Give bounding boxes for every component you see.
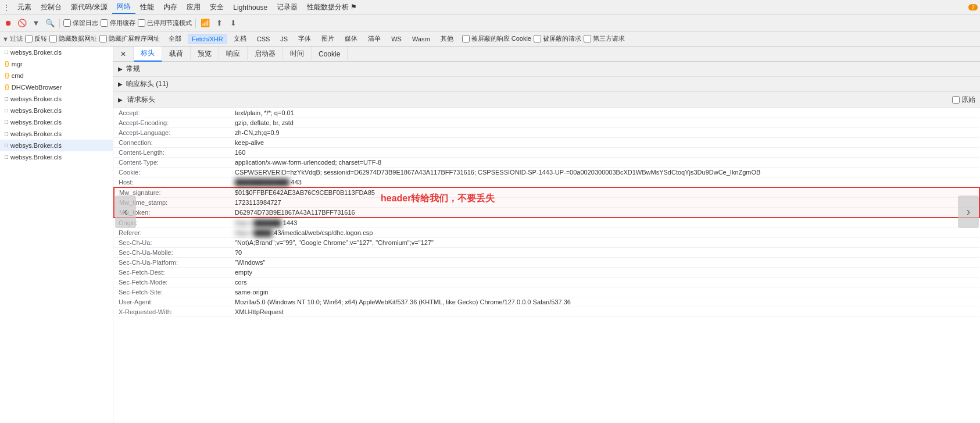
- sidebar-item-8[interactable]: □ websys.Broker.cls: [0, 140, 113, 151]
- type-btn-other[interactable]: 其他: [437, 33, 457, 44]
- file-icon-9: □: [5, 154, 8, 160]
- original-checkbox[interactable]: [952, 96, 960, 104]
- preserve-log-label[interactable]: 保留日志: [63, 19, 98, 27]
- request-headers-title-text: 请求标头: [127, 95, 155, 105]
- third-party-checkbox[interactable]: [584, 35, 591, 42]
- type-btn-all[interactable]: 全部: [164, 33, 185, 44]
- sidebar-item-0[interactable]: □ websys.Broker.cls: [0, 47, 113, 58]
- hide-data-url-checkbox[interactable]: [49, 35, 57, 42]
- menu-item-elements[interactable]: 元素: [13, 1, 36, 13]
- search-btn[interactable]: 🔍: [44, 17, 56, 29]
- file-icon-0: □: [5, 49, 8, 55]
- hide-data-url-label[interactable]: 隐藏数据网址: [49, 34, 97, 43]
- main-container: □ websys.Broker.cls {} mgr {} cmd {} DHC…: [0, 47, 980, 423]
- mw-token-row: Mw_token: D62974D73B9E1867A43A117BFF7316…: [114, 208, 979, 218]
- tab-timing[interactable]: 时间: [283, 47, 312, 62]
- menu-item-perf-insights[interactable]: 性能数据分析 ⚑: [302, 1, 362, 13]
- devtools-icon: ⋮: [2, 3, 10, 12]
- header-name: Sec-Fetch-Dest:: [114, 268, 230, 278]
- js-icon-3: {}: [5, 84, 9, 90]
- mw-signature-row: Mw_signature: $01$0FFBFE642AE3AB76C9CEBF…: [114, 187, 979, 198]
- menu-item-network[interactable]: 网络: [112, 1, 135, 14]
- tab-headers[interactable]: 标头: [134, 47, 162, 62]
- sidebar-item-9[interactable]: □ websys.Broker.cls: [0, 151, 113, 163]
- blocked-req-label[interactable]: 被屏蔽的请求: [534, 34, 581, 43]
- invert-label[interactable]: 反转: [25, 34, 47, 43]
- type-btn-font[interactable]: 字体: [294, 33, 315, 44]
- header-value: "Not)A;Brand";v="99", "Google Chrome";v=…: [230, 238, 979, 248]
- third-party-label[interactable]: 第三方请求: [584, 34, 625, 43]
- type-btn-fetch[interactable]: Fetch/XHR: [188, 34, 227, 44]
- sidebar: □ websys.Broker.cls {} mgr {} cmd {} DHC…: [0, 47, 113, 423]
- type-btn-wasm[interactable]: Wasm: [408, 34, 434, 44]
- menu-item-memory[interactable]: 内存: [159, 1, 182, 13]
- type-btn-ws[interactable]: WS: [387, 34, 406, 44]
- sidebar-item-6[interactable]: □ websys.Broker.cls: [0, 116, 113, 128]
- sidebar-item-4[interactable]: □ websys.Broker.cls: [0, 93, 113, 105]
- throttle-mode-label[interactable]: 已停用节流模式: [138, 19, 192, 27]
- invert-checkbox[interactable]: [25, 35, 33, 42]
- header-name: Content-Length:: [114, 148, 230, 158]
- upload-icon[interactable]: ⬆: [213, 17, 225, 29]
- sidebar-item-2[interactable]: {} cmd: [0, 70, 113, 81]
- tab-cookie[interactable]: Cookie: [312, 47, 348, 62]
- type-btn-media[interactable]: 媒体: [341, 33, 362, 44]
- header-value: same-origin: [230, 287, 979, 297]
- table-row: X-Requested-With: XMLHttpRequest: [114, 307, 979, 317]
- record-btn[interactable]: ⏺: [2, 17, 14, 29]
- header-name: Accept-Language:: [114, 128, 230, 138]
- header-value: "Windows": [230, 258, 979, 268]
- menu-item-lighthouse[interactable]: Lighthouse: [228, 2, 272, 13]
- disable-cache-checkbox[interactable]: [101, 19, 108, 27]
- header-value: CSPWSERVERID=hzYkVdqB; sessionid=D62974D…: [230, 168, 979, 177]
- menu-item-security[interactable]: 安全: [205, 1, 228, 13]
- sidebar-item-5[interactable]: □ websys.Broker.cls: [0, 105, 113, 116]
- tab-preview[interactable]: 预览: [191, 47, 219, 62]
- clear-btn[interactable]: 🚫: [16, 17, 28, 29]
- preserve-log-checkbox[interactable]: [63, 19, 71, 27]
- type-btn-img[interactable]: 图片: [317, 33, 338, 44]
- request-headers-section-header[interactable]: ▶ 请求标头 原始: [113, 92, 980, 108]
- filter-icon[interactable]: ▼: [30, 17, 42, 29]
- download-icon[interactable]: ⬇: [227, 17, 239, 29]
- headers-table: Accept: text/plain, */*; q=0.01 Accept-E…: [113, 108, 980, 317]
- blocked-cookie-checkbox[interactable]: [462, 35, 470, 42]
- js-icon-2: {}: [5, 72, 9, 79]
- menu-item-sources[interactable]: 源代码/来源: [66, 1, 112, 13]
- blocked-req-checkbox[interactable]: [534, 35, 541, 42]
- next-button[interactable]: ›: [958, 195, 979, 228]
- header-value: text/plain, */*; q=0.01: [230, 108, 979, 118]
- tab-response[interactable]: 响应: [219, 47, 248, 62]
- menu-item-console[interactable]: 控制台: [36, 1, 66, 13]
- header-name: Sec-Fetch-Mode:: [114, 278, 230, 287]
- separator-1: [59, 19, 60, 28]
- sidebar-item-1[interactable]: {} mgr: [0, 58, 113, 70]
- tab-payload[interactable]: 载荷: [162, 47, 191, 62]
- tab-initiator[interactable]: 启动器: [248, 47, 283, 62]
- file-icon-5: □: [5, 107, 8, 113]
- original-checkbox-label[interactable]: 原始: [952, 95, 975, 105]
- blocked-cookie-label[interactable]: 被屏蔽的响应 Cookie: [462, 34, 531, 43]
- menu-item-performance[interactable]: 性能: [135, 1, 159, 13]
- tab-close[interactable]: ✕: [113, 47, 134, 62]
- response-headers-section-header[interactable]: ▶ 响应标头 (11): [113, 77, 980, 92]
- hide-ext-url-label[interactable]: 隐藏扩展程序网址: [99, 34, 160, 43]
- table-row: Referer: https://████:43/imedical/web/cs…: [114, 228, 979, 238]
- throttle-checkbox[interactable]: [138, 19, 145, 27]
- type-btn-js[interactable]: JS: [276, 34, 292, 44]
- type-btn-doc[interactable]: 文档: [230, 33, 251, 44]
- hide-ext-url-checkbox[interactable]: [99, 35, 107, 42]
- menu-item-application[interactable]: 应用: [182, 1, 205, 13]
- detail-panel: ✕ 标头 载荷 预览 响应 启动器 时间 Cookie ▶ 常规 ▶ 响应标头 …: [113, 47, 980, 423]
- menu-item-recorder[interactable]: 记录器: [272, 1, 302, 13]
- wifi-icon[interactable]: 📶: [199, 17, 211, 29]
- general-section-header[interactable]: ▶ 常规: [113, 62, 980, 77]
- table-row: Sec-Ch-Ua-Platform: "Windows": [114, 258, 979, 268]
- table-row: Accept: text/plain, */*; q=0.01: [114, 108, 979, 118]
- prev-button[interactable]: ‹: [115, 195, 136, 228]
- type-btn-manifest[interactable]: 清单: [364, 33, 385, 44]
- disable-cache-label[interactable]: 停用缓存: [101, 19, 135, 27]
- sidebar-item-7[interactable]: □ websys.Broker.cls: [0, 128, 113, 140]
- type-btn-css[interactable]: CSS: [253, 34, 274, 44]
- sidebar-item-3[interactable]: {} DHCWebBrowser: [0, 81, 113, 93]
